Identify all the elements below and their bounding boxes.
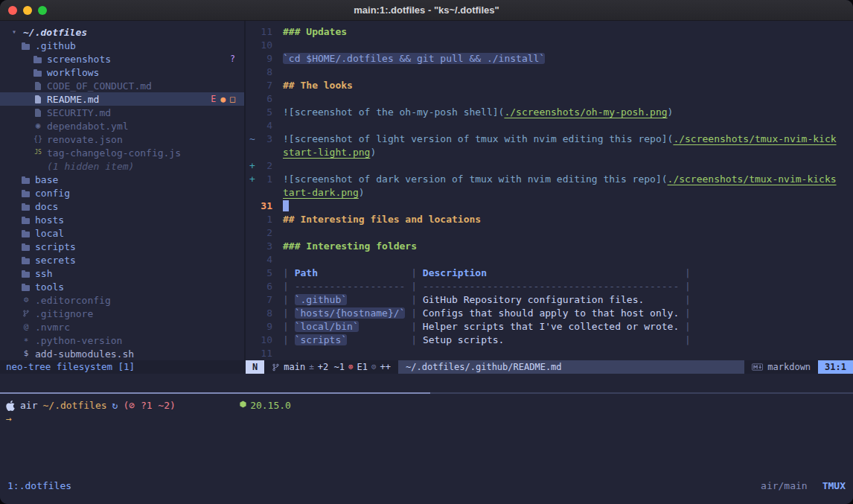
editor-line-10[interactable]: 10	[246, 39, 853, 52]
line-number: 1	[255, 213, 272, 226]
editor-line-7[interactable]: 7| `.github` | GitHub Repository configu…	[246, 293, 853, 307]
editor-line-5[interactable]: 5| Path | Description |	[246, 267, 853, 280]
editor-line-9[interactable]: 9`cd $HOME/.dotfiles && git pull && ./in…	[246, 52, 853, 66]
line-number: 8	[255, 66, 272, 79]
line-number: 31	[255, 200, 272, 213]
editor-line-6[interactable]: 6| ------------------- | ---------------…	[246, 280, 853, 293]
gutter-sign	[246, 226, 255, 240]
tree-item-label: dependabot.yml	[47, 121, 129, 132]
tree-item-label: SECURITY.md	[47, 107, 111, 118]
gutter-sign	[246, 347, 255, 360]
tree-item-dotfiles[interactable]: ▾~/.dotfiles	[0, 25, 244, 39]
line-number: 6	[255, 280, 272, 293]
tree-item-security-md[interactable]: SECURITY.md	[0, 106, 244, 119]
line-number: 9	[255, 320, 272, 334]
status-badge: ●	[220, 94, 226, 104]
tree-item-scripts[interactable]: scripts	[0, 240, 244, 253]
tree-item-local[interactable]: local	[0, 226, 244, 240]
editor-line-6[interactable]: 6	[246, 92, 853, 106]
editor-line-8[interactable]: 8| `hosts/{hostname}/` | Configs that sh…	[246, 307, 853, 320]
editor-line-7[interactable]: 7## The looks	[246, 79, 853, 92]
editor-line-11[interactable]: 11	[246, 347, 853, 360]
gutter-sign: +	[246, 159, 255, 173]
editor-line-9[interactable]: 9| `local/bin` | Helper scripts that I'v…	[246, 320, 853, 334]
minimize-button[interactable]	[23, 6, 32, 15]
editor-line-3[interactable]: ~3![screenshot of light version of tmux …	[246, 133, 853, 146]
gutter-sign	[246, 307, 255, 320]
editor-line-4[interactable]: 4	[246, 253, 853, 267]
file-icon	[33, 93, 43, 105]
line-number: 7	[255, 79, 272, 92]
neo-tree-sidebar: ▾~/.dotfiles.githubscreenshots?workflows…	[0, 25, 244, 360]
tree-item-label: renovate.json	[47, 134, 123, 145]
at-icon: @	[21, 321, 31, 333]
tree-item-docs[interactable]: docs	[0, 200, 244, 213]
tmux-badge: TMUX	[822, 479, 846, 493]
tree-item-gitignore[interactable]: .gitignore	[0, 307, 244, 320]
status-badges: ?	[230, 54, 235, 64]
line-number: 1	[255, 173, 272, 186]
tree-item-ssh[interactable]: ssh	[0, 267, 244, 280]
tree-item-label: .python-version	[35, 335, 122, 346]
line-number: 5	[255, 267, 272, 280]
tree-item-screenshots[interactable]: screenshots?	[0, 52, 244, 66]
close-button[interactable]	[8, 6, 17, 15]
line-number: 8	[255, 307, 272, 320]
tmux-window-label[interactable]: 1:.dotfiles	[7, 479, 71, 493]
tree-item-dependabot-yml[interactable]: ◉dependabot.yml	[0, 119, 244, 133]
editor-line-2[interactable]: +2	[246, 159, 853, 173]
tree-item-python-version[interactable]: ∗.python-version	[0, 334, 244, 347]
tree-item-renovate-json[interactable]: {}renovate.json	[0, 133, 244, 146]
tree-item-label: .gitignore	[35, 308, 93, 319]
pane-border-segment	[430, 392, 853, 394]
shell-pane[interactable]: air ~/.dotfiles ↻ (⊘ ?1 ~2) 20.15.0 →	[0, 399, 853, 426]
prompt-input-line[interactable]: →	[0, 412, 853, 426]
window-title: main:1:.dotfiles - "ks~/.dotfiles"	[354, 4, 499, 16]
tree-item-label: secrets	[35, 255, 76, 266]
line-text: ![screenshot of the oh-my-posh shell](./…	[283, 106, 673, 119]
editor-line-4[interactable]: 4	[246, 119, 853, 133]
tree-item-1-hidden-item[interactable]: (1 hidden item)	[0, 159, 244, 173]
tree-item-workflows[interactable]: workflows	[0, 66, 244, 79]
tree-item-secrets[interactable]: secrets	[0, 253, 244, 267]
line-text	[283, 200, 289, 213]
tree-item-base[interactable]: base	[0, 173, 244, 186]
gutter-sign	[246, 186, 255, 200]
line-number: 11	[255, 347, 272, 360]
editor-line-1[interactable]: 1## Interesting files and locations	[246, 213, 853, 226]
editor-line-11[interactable]: 11### Updates	[246, 25, 853, 39]
editor-line-31[interactable]: 31	[246, 200, 853, 213]
tree-item-label: README.md	[47, 94, 99, 105]
tree-item-label: hosts	[35, 214, 64, 226]
folder-icon	[21, 281, 31, 293]
pane-separator-horizontal[interactable]	[0, 392, 853, 394]
editor-line-wrap[interactable]: start-light.png)	[246, 146, 853, 159]
editor-line-5[interactable]: 5![screenshot of the oh-my-posh shell](.…	[246, 106, 853, 119]
tree-item-nvmrc[interactable]: @.nvmrc	[0, 320, 244, 334]
editor-line-3[interactable]: 3### Interesting folders	[246, 240, 853, 253]
editor-line-1[interactable]: +1![screenshot of dark version of tmux w…	[246, 173, 853, 186]
editor-line-10[interactable]: 10| `scripts` | Setup scripts. |	[246, 334, 853, 347]
editor-line-wrap[interactable]: tart-dark.png)	[246, 186, 853, 200]
tree-item-add-submodules-sh[interactable]: $add-submodules.sh	[0, 347, 244, 360]
editor-line-2[interactable]: 2	[246, 226, 853, 240]
tree-item-tag-changelog-config-js[interactable]: JStag-changelog-config.js	[0, 146, 244, 159]
tree-item-editorconfig[interactable]: ⚙.editorconfig	[0, 293, 244, 307]
tree-item-config[interactable]: config	[0, 186, 244, 200]
prompt-git-status: (⊘ ?1 ~2)	[123, 399, 175, 412]
line-number: 4	[255, 253, 272, 267]
editor-line-8[interactable]: 8	[246, 66, 853, 79]
filetype: markdown	[767, 360, 811, 374]
line-number: 5	[255, 106, 272, 119]
apple-icon	[6, 401, 15, 411]
tree-item-tools[interactable]: tools	[0, 280, 244, 293]
tree-item-github[interactable]: .github	[0, 39, 244, 52]
tree-item-hosts[interactable]: hosts	[0, 213, 244, 226]
zoom-button[interactable]	[38, 6, 47, 15]
tmux-host-session: air/main	[761, 479, 808, 493]
git-icon	[21, 307, 31, 319]
tree-item-code-of-conduct-md[interactable]: CODE_OF_CONDUCT.md	[0, 79, 244, 92]
tree-item-readme-md[interactable]: README.mdE●□	[0, 92, 244, 106]
js-icon: JS	[33, 147, 43, 159]
tree-item-label: base	[35, 174, 58, 185]
